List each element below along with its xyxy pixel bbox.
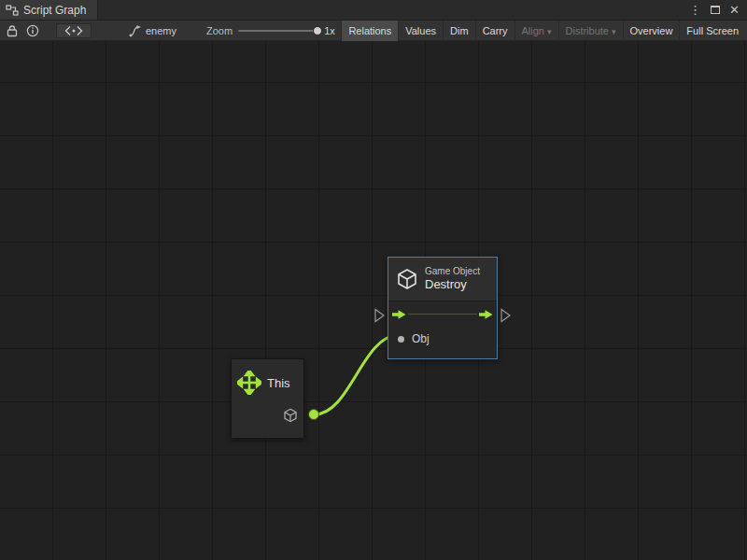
move-crosshair-icon (237, 371, 261, 395)
code-brackets-icon (63, 24, 84, 37)
values-button[interactable]: Values (398, 21, 443, 41)
maximize-icon[interactable] (711, 6, 720, 14)
script-graph-icon (6, 4, 19, 17)
destroy-obj-port-row: Obj (388, 327, 497, 351)
flow-out-arrow-icon[interactable] (479, 309, 493, 320)
node-destroy[interactable]: Game Object Destroy Obj (388, 257, 498, 359)
destroy-flow-input-port[interactable] (375, 310, 384, 322)
chevron-down-icon: ▾ (612, 27, 616, 36)
this-output-cube-icon[interactable] (283, 408, 298, 423)
relations-button[interactable]: Relations (341, 21, 398, 41)
zoom-value: 1x (324, 25, 335, 36)
titlebar: Script Graph ⋮ ✕ (0, 0, 747, 21)
script-graph-window: Script Graph ⋮ ✕ (0, 0, 747, 560)
info-icon (26, 24, 39, 37)
overview-button[interactable]: Overview (623, 21, 680, 41)
obj-input-port[interactable] (398, 336, 404, 343)
zoom-control: Zoom 1x (206, 25, 335, 36)
destroy-flow-output-port[interactable] (501, 310, 510, 322)
game-object-cube-icon (396, 268, 418, 290)
graph-breadcrumb[interactable]: enemy (129, 24, 176, 37)
lock-icon (6, 24, 19, 37)
zoom-slider[interactable] (238, 30, 318, 32)
node-title: Destroy (425, 277, 480, 292)
zoom-label: Zoom (206, 25, 233, 36)
distribute-button[interactable]: Distribute ▾ (558, 21, 623, 41)
graph-canvas[interactable]: Game Object Destroy Obj (0, 41, 747, 560)
destroy-node-titles: Game Object Destroy (425, 266, 480, 293)
window-controls: ⋮ ✕ (689, 0, 747, 20)
zoom-slider-knob[interactable] (313, 26, 322, 35)
graph-name: enemy (146, 25, 176, 36)
carry-button[interactable]: Carry (475, 21, 514, 41)
this-output-port[interactable] (309, 410, 319, 420)
this-node-header: This (232, 359, 303, 395)
node-title: This (267, 376, 290, 390)
close-icon[interactable]: ✕ (729, 4, 740, 16)
tab-script-graph[interactable]: Script Graph (0, 0, 98, 20)
fullscreen-button[interactable]: Full Screen (679, 21, 745, 41)
script-graph-asset-icon (129, 24, 142, 37)
node-this[interactable]: This (231, 358, 304, 439)
obj-port-label: Obj (412, 332, 430, 345)
tab-title: Script Graph (23, 4, 86, 17)
graph-inspector-toggle[interactable] (56, 23, 92, 38)
flow-in-arrow-icon[interactable] (392, 309, 406, 320)
dim-button[interactable]: Dim (443, 21, 475, 41)
toolbar-buttons: Relations Values Dim Carry Align ▾ Distr… (341, 21, 745, 41)
node-category: Game Object (425, 266, 480, 278)
lock-button[interactable] (2, 21, 22, 40)
connection-wire-this-to-obj[interactable] (315, 335, 399, 414)
relation-line (408, 314, 477, 315)
connections-overlay (0, 41, 747, 560)
align-button[interactable]: Align ▾ (514, 21, 558, 41)
chevron-down-icon: ▾ (547, 27, 552, 36)
window-menu-icon[interactable]: ⋮ (689, 4, 701, 16)
destroy-flow-row (388, 301, 497, 327)
info-button[interactable] (22, 21, 43, 40)
titlebar-spacer (98, 0, 689, 20)
graph-toolbar: enemy Zoom 1x Relations Values Dim Carry (0, 21, 747, 41)
destroy-node-header: Game Object Destroy (388, 258, 497, 301)
